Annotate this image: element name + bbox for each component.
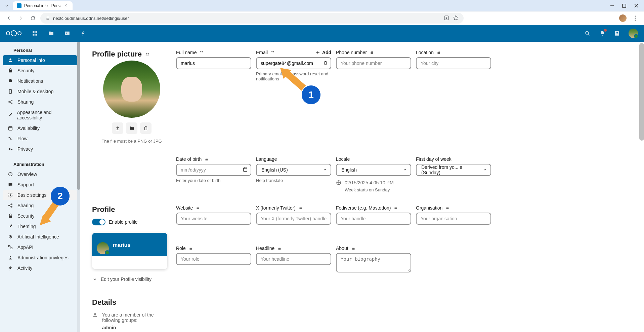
phone-input[interactable] xyxy=(336,57,411,69)
about-textarea[interactable] xyxy=(336,253,411,272)
sidebar-section-personal: Personal xyxy=(0,46,80,55)
headline-input[interactable] xyxy=(256,253,331,265)
nextcloud-logo-icon[interactable] xyxy=(6,30,22,36)
twitter-input[interactable] xyxy=(256,213,331,225)
location-input[interactable] xyxy=(416,57,491,69)
role-input[interactable] xyxy=(176,253,251,265)
bookmark-icon[interactable] xyxy=(453,15,459,22)
calendar-icon xyxy=(7,125,13,131)
add-email-button[interactable]: Add xyxy=(315,50,331,55)
firstday-label: First day of week xyxy=(416,156,452,162)
forward-button[interactable] xyxy=(16,13,26,23)
window-minimize-icon[interactable] xyxy=(610,3,614,8)
tab-dropdown[interactable] xyxy=(3,3,11,8)
window-close-icon[interactable] xyxy=(634,3,639,8)
settings-sidebar: Personal Personal info Security Notifica… xyxy=(0,42,80,332)
locale-time: 02/15/2025 4:05:10 PM xyxy=(345,180,394,185)
sidebar-item-mobile-desktop[interactable]: Mobile & desktop xyxy=(3,86,77,97)
svg-rect-42 xyxy=(437,52,440,54)
browser-tab[interactable]: Personal info - Persor xyxy=(13,1,73,10)
dob-input[interactable] xyxy=(176,164,251,176)
paint-icon xyxy=(7,224,13,229)
reload-button[interactable] xyxy=(28,13,38,23)
svg-rect-8 xyxy=(36,31,37,33)
search-icon[interactable] xyxy=(584,30,591,37)
full-name-input[interactable] xyxy=(176,57,251,69)
sidebar-item-overview[interactable]: Overview xyxy=(3,169,77,179)
scope-icon[interactable] xyxy=(199,50,204,55)
lock-icon[interactable] xyxy=(393,206,398,210)
svg-rect-18 xyxy=(9,89,12,94)
delete-email-icon[interactable] xyxy=(323,61,328,66)
contacts-icon[interactable] xyxy=(614,30,620,37)
lock-icon[interactable] xyxy=(298,206,303,210)
install-app-icon[interactable] xyxy=(443,15,449,22)
sidebar-item-notifications[interactable]: Notifications xyxy=(3,76,77,86)
scope-icon[interactable] xyxy=(270,50,275,55)
language-help[interactable]: Help translate xyxy=(256,178,331,183)
lock-icon[interactable] xyxy=(188,246,193,251)
sidebar-item-security[interactable]: Security xyxy=(3,66,77,76)
browser-menu-icon[interactable] xyxy=(631,13,640,23)
lock-icon[interactable] xyxy=(436,50,441,55)
enable-profile-label: Enable profile xyxy=(109,219,138,225)
upload-avatar-button[interactable] xyxy=(112,122,123,134)
ai-icon xyxy=(7,234,13,239)
browser-profile-avatar[interactable] xyxy=(619,14,627,22)
share-icon xyxy=(7,99,13,105)
chevron-down-icon xyxy=(402,167,407,173)
user-menu-avatar[interactable] xyxy=(629,29,638,38)
files-app-icon[interactable] xyxy=(48,30,54,37)
lock-icon[interactable] xyxy=(351,246,356,251)
lock-icon[interactable] xyxy=(204,157,209,161)
activity-app-icon[interactable] xyxy=(80,30,87,37)
firstday-select[interactable]: Derived from yo... e (Sunday) xyxy=(416,164,491,176)
sidebar-item-flow[interactable]: Flow xyxy=(3,134,77,144)
sidebar-item-appapi[interactable]: AppAPI xyxy=(3,242,77,252)
user-icon xyxy=(7,58,13,63)
language-select[interactable]: English (US) xyxy=(256,164,331,176)
back-button[interactable] xyxy=(4,13,13,23)
sidebar-item-availability[interactable]: Availability xyxy=(3,123,77,133)
globe-icon xyxy=(336,180,341,185)
email-input[interactable] xyxy=(256,57,331,69)
lock-icon[interactable] xyxy=(445,206,450,210)
svg-rect-46 xyxy=(197,208,199,209)
lock-icon[interactable] xyxy=(277,246,282,251)
notifications-icon[interactable] xyxy=(599,30,606,37)
sidebar-item-support[interactable]: Support xyxy=(3,180,77,190)
sidebar-item-activity[interactable]: Activity xyxy=(3,263,77,273)
svg-point-53 xyxy=(94,313,96,315)
fediverse-label: Fediverse (e.g. Mastodon) xyxy=(336,205,391,211)
url-bar[interactable]: nextcloudmarius.ddns.net/settings/user xyxy=(40,13,464,24)
dashboard-app-icon[interactable] xyxy=(32,30,38,37)
locale-select[interactable]: English xyxy=(336,164,411,176)
website-input[interactable] xyxy=(176,213,251,225)
sidebar-item-sharing[interactable]: Sharing xyxy=(3,97,77,107)
edit-profile-visibility-button[interactable]: Edit your Profile visibility xyxy=(92,276,171,282)
sidebar-item-privacy[interactable]: Privacy xyxy=(3,144,77,154)
sidebar-item-personal-info[interactable]: Personal info xyxy=(3,55,77,65)
delete-avatar-button[interactable] xyxy=(140,122,152,134)
fediverse-input[interactable] xyxy=(336,213,411,225)
scope-icon[interactable] xyxy=(145,52,150,57)
sidebar-scrollbar[interactable] xyxy=(77,42,80,332)
svg-point-40 xyxy=(273,51,274,52)
svg-rect-50 xyxy=(395,208,397,209)
choose-avatar-button[interactable] xyxy=(126,122,137,134)
profile-preview-card[interactable]: marius xyxy=(92,233,167,269)
lock-icon[interactable] xyxy=(370,50,374,55)
window-maximize-icon[interactable] xyxy=(622,3,627,8)
enable-profile-toggle[interactable] xyxy=(92,219,105,225)
org-input[interactable] xyxy=(416,213,491,225)
url-text: nextcloudmarius.ddns.net/settings/user xyxy=(53,16,129,21)
main-scrollbar[interactable] xyxy=(639,42,644,332)
sidebar-item-admin-privileges[interactable]: Administration privileges xyxy=(3,253,77,263)
sidebar-item-ai[interactable]: Artificial Intelligence xyxy=(3,232,77,242)
lock-icon[interactable] xyxy=(196,206,200,210)
tab-close-icon[interactable] xyxy=(64,3,69,8)
photos-app-icon[interactable] xyxy=(64,30,71,37)
svg-point-16 xyxy=(9,59,11,60)
calendar-icon[interactable] xyxy=(243,167,248,173)
sidebar-item-appearance[interactable]: Appearance and accessibility xyxy=(3,107,77,123)
